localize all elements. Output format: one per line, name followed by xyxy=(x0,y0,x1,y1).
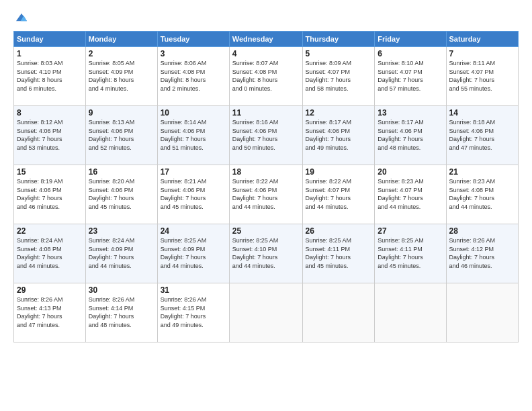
calendar-header-row: SundayMondayTuesdayWednesdayThursdayFrid… xyxy=(14,32,519,47)
day-number: 16 xyxy=(89,167,154,177)
calendar-cell: 23 Sunrise: 8:24 AMSunset: 4:09 PMDaylig… xyxy=(85,224,157,283)
day-info: Sunrise: 8:24 AMSunset: 4:08 PMDaylight:… xyxy=(17,236,83,270)
day-info: Sunrise: 8:23 AMSunset: 4:07 PMDaylight:… xyxy=(378,177,443,211)
calendar-cell: 17 Sunrise: 8:21 AMSunset: 4:06 PMDaylig… xyxy=(157,165,229,224)
calendar-cell: 27 Sunrise: 8:25 AMSunset: 4:11 PMDaylig… xyxy=(375,224,446,283)
day-number: 20 xyxy=(378,167,443,177)
calendar-cell: 25 Sunrise: 8:25 AMSunset: 4:10 PMDaylig… xyxy=(229,224,302,283)
calendar-cell: 1 Sunrise: 8:03 AMSunset: 4:10 PMDayligh… xyxy=(14,47,86,106)
calendar-cell: 12 Sunrise: 8:17 AMSunset: 4:06 PMDaylig… xyxy=(302,106,375,165)
day-info: Sunrise: 8:26 AMSunset: 4:15 PMDaylight:… xyxy=(161,295,226,329)
calendar-cell xyxy=(302,283,375,342)
calendar-cell: 29 Sunrise: 8:26 AMSunset: 4:13 PMDaylig… xyxy=(14,283,86,342)
day-number: 2 xyxy=(89,49,154,58)
day-info: Sunrise: 8:06 AMSunset: 4:08 PMDaylight:… xyxy=(161,59,226,93)
day-info: Sunrise: 8:20 AMSunset: 4:06 PMDaylight:… xyxy=(89,177,154,211)
day-number: 6 xyxy=(378,49,443,58)
day-info: Sunrise: 8:17 AMSunset: 4:06 PMDaylight:… xyxy=(378,118,443,152)
calendar-cell: 10 Sunrise: 8:14 AMSunset: 4:06 PMDaylig… xyxy=(157,106,229,165)
calendar-cell: 15 Sunrise: 8:19 AMSunset: 4:06 PMDaylig… xyxy=(14,165,86,224)
day-number: 4 xyxy=(232,49,300,58)
day-info: Sunrise: 8:16 AMSunset: 4:06 PMDaylight:… xyxy=(232,118,300,152)
calendar-cell: 24 Sunrise: 8:25 AMSunset: 4:09 PMDaylig… xyxy=(157,224,229,283)
day-info: Sunrise: 8:05 AMSunset: 4:09 PMDaylight:… xyxy=(89,59,154,93)
day-info: Sunrise: 8:22 AMSunset: 4:06 PMDaylight:… xyxy=(232,177,300,211)
day-number: 7 xyxy=(449,49,515,58)
calendar-cell: 21 Sunrise: 8:23 AMSunset: 4:08 PMDaylig… xyxy=(446,165,518,224)
day-number: 8 xyxy=(17,108,83,118)
calendar-cell: 28 Sunrise: 8:26 AMSunset: 4:12 PMDaylig… xyxy=(446,224,518,283)
calendar-week-1: 1 Sunrise: 8:03 AMSunset: 4:10 PMDayligh… xyxy=(14,47,519,106)
day-number: 14 xyxy=(449,108,515,118)
calendar-cell: 13 Sunrise: 8:17 AMSunset: 4:06 PMDaylig… xyxy=(375,106,446,165)
day-header-friday: Friday xyxy=(375,32,446,47)
day-number: 1 xyxy=(17,49,83,58)
calendar-cell: 5 Sunrise: 8:09 AMSunset: 4:07 PMDayligh… xyxy=(302,47,375,106)
day-header-monday: Monday xyxy=(85,32,157,47)
day-number: 26 xyxy=(306,226,372,236)
day-header-tuesday: Tuesday xyxy=(157,32,229,47)
calendar-cell: 4 Sunrise: 8:07 AMSunset: 4:08 PMDayligh… xyxy=(229,47,302,106)
day-number: 22 xyxy=(17,226,83,236)
day-number: 31 xyxy=(161,285,226,295)
day-info: Sunrise: 8:24 AMSunset: 4:09 PMDaylight:… xyxy=(89,236,154,270)
calendar-cell: 9 Sunrise: 8:13 AMSunset: 4:06 PMDayligh… xyxy=(85,106,157,165)
calendar-week-2: 8 Sunrise: 8:12 AMSunset: 4:06 PMDayligh… xyxy=(14,106,519,165)
calendar-cell: 18 Sunrise: 8:22 AMSunset: 4:06 PMDaylig… xyxy=(229,165,302,224)
day-info: Sunrise: 8:14 AMSunset: 4:06 PMDaylight:… xyxy=(161,118,226,152)
day-number: 17 xyxy=(161,167,226,177)
logo xyxy=(13,12,31,26)
calendar-cell: 22 Sunrise: 8:24 AMSunset: 4:08 PMDaylig… xyxy=(14,224,86,283)
day-info: Sunrise: 8:26 AMSunset: 4:12 PMDaylight:… xyxy=(449,236,515,270)
calendar-cell xyxy=(446,283,518,342)
day-info: Sunrise: 8:09 AMSunset: 4:07 PMDaylight:… xyxy=(306,59,372,93)
calendar-cell: 20 Sunrise: 8:23 AMSunset: 4:07 PMDaylig… xyxy=(375,165,446,224)
day-number: 10 xyxy=(161,108,226,118)
day-number: 15 xyxy=(17,167,83,177)
calendar-cell: 2 Sunrise: 8:05 AMSunset: 4:09 PMDayligh… xyxy=(85,47,157,106)
day-number: 5 xyxy=(306,49,372,58)
day-info: Sunrise: 8:07 AMSunset: 4:08 PMDaylight:… xyxy=(232,59,300,93)
calendar-cell: 6 Sunrise: 8:10 AMSunset: 4:07 PMDayligh… xyxy=(375,47,446,106)
day-number: 25 xyxy=(232,226,300,236)
day-info: Sunrise: 8:10 AMSunset: 4:07 PMDaylight:… xyxy=(378,59,443,93)
calendar-cell: 19 Sunrise: 8:22 AMSunset: 4:07 PMDaylig… xyxy=(302,165,375,224)
calendar-cell: 14 Sunrise: 8:18 AMSunset: 4:06 PMDaylig… xyxy=(446,106,518,165)
calendar-cell: 3 Sunrise: 8:06 AMSunset: 4:08 PMDayligh… xyxy=(157,47,229,106)
day-info: Sunrise: 8:19 AMSunset: 4:06 PMDaylight:… xyxy=(17,177,83,211)
day-header-wednesday: Wednesday xyxy=(229,32,302,47)
day-number: 24 xyxy=(161,226,226,236)
day-info: Sunrise: 8:18 AMSunset: 4:06 PMDaylight:… xyxy=(449,118,515,152)
day-number: 29 xyxy=(17,285,83,295)
day-number: 3 xyxy=(161,49,226,58)
calendar-cell: 11 Sunrise: 8:16 AMSunset: 4:06 PMDaylig… xyxy=(229,106,302,165)
day-number: 13 xyxy=(378,108,443,118)
calendar-page: SundayMondayTuesdayWednesdayThursdayFrid… xyxy=(0,0,532,411)
day-number: 19 xyxy=(306,167,372,177)
calendar-cell: 31 Sunrise: 8:26 AMSunset: 4:15 PMDaylig… xyxy=(157,283,229,342)
header xyxy=(13,12,519,26)
day-info: Sunrise: 8:17 AMSunset: 4:06 PMDaylight:… xyxy=(306,118,372,152)
day-info: Sunrise: 8:11 AMSunset: 4:07 PMDaylight:… xyxy=(449,59,515,93)
day-info: Sunrise: 8:23 AMSunset: 4:08 PMDaylight:… xyxy=(449,177,515,211)
day-info: Sunrise: 8:26 AMSunset: 4:13 PMDaylight:… xyxy=(17,295,83,329)
calendar-cell: 30 Sunrise: 8:26 AMSunset: 4:14 PMDaylig… xyxy=(85,283,157,342)
day-info: Sunrise: 8:13 AMSunset: 4:06 PMDaylight:… xyxy=(89,118,154,152)
calendar-cell: 8 Sunrise: 8:12 AMSunset: 4:06 PMDayligh… xyxy=(14,106,86,165)
day-number: 21 xyxy=(449,167,515,177)
day-number: 12 xyxy=(306,108,372,118)
day-info: Sunrise: 8:25 AMSunset: 4:09 PMDaylight:… xyxy=(161,236,226,270)
day-info: Sunrise: 8:25 AMSunset: 4:11 PMDaylight:… xyxy=(378,236,443,270)
day-header-thursday: Thursday xyxy=(302,32,375,47)
calendar-cell: 16 Sunrise: 8:20 AMSunset: 4:06 PMDaylig… xyxy=(85,165,157,224)
calendar-week-3: 15 Sunrise: 8:19 AMSunset: 4:06 PMDaylig… xyxy=(14,165,519,224)
day-info: Sunrise: 8:03 AMSunset: 4:10 PMDaylight:… xyxy=(17,59,83,93)
day-info: Sunrise: 8:26 AMSunset: 4:14 PMDaylight:… xyxy=(89,295,154,329)
day-info: Sunrise: 8:12 AMSunset: 4:06 PMDaylight:… xyxy=(17,118,83,152)
day-info: Sunrise: 8:25 AMSunset: 4:11 PMDaylight:… xyxy=(306,236,372,270)
calendar-cell xyxy=(375,283,446,342)
day-number: 11 xyxy=(232,108,300,118)
calendar-table: SundayMondayTuesdayWednesdayThursdayFrid… xyxy=(13,31,519,342)
calendar-week-4: 22 Sunrise: 8:24 AMSunset: 4:08 PMDaylig… xyxy=(14,224,519,283)
day-info: Sunrise: 8:21 AMSunset: 4:06 PMDaylight:… xyxy=(161,177,226,211)
